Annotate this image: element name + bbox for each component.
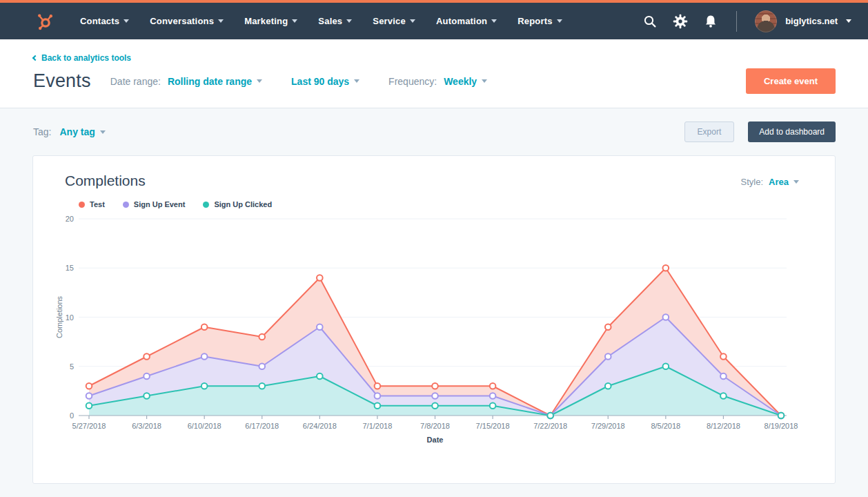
nav-item-label: Reports xyxy=(517,16,553,26)
chevron-down-icon xyxy=(491,19,497,23)
svg-text:20: 20 xyxy=(66,215,74,223)
chevron-down-icon xyxy=(410,19,415,23)
nav-item-reports[interactable]: Reports xyxy=(517,16,562,26)
chevron-down-icon xyxy=(846,19,851,23)
svg-text:6/17/2018: 6/17/2018 xyxy=(245,422,279,430)
page-header: Back to analytics tools Events Date rang… xyxy=(0,39,868,108)
nav-item-label: Service xyxy=(373,16,406,26)
svg-text:7/22/2018: 7/22/2018 xyxy=(533,422,567,430)
chevron-down-icon xyxy=(557,19,562,23)
date-range-dropdown[interactable]: Rolling date range xyxy=(168,76,262,87)
tag-dropdown[interactable]: Any tag xyxy=(59,126,105,137)
chevron-left-icon xyxy=(32,55,38,61)
nav-item-label: Contacts xyxy=(80,16,119,26)
completions-panel: Completions Style: Area TestSign Up Even… xyxy=(32,155,836,484)
legend-label: Test xyxy=(90,200,105,208)
chart-area: 051015205/27/20186/3/20186/10/20186/17/2… xyxy=(50,210,818,451)
nav-item-marketing[interactable]: Marketing xyxy=(244,16,297,26)
chevron-down-icon xyxy=(257,79,262,83)
chevron-down-icon xyxy=(292,19,297,23)
svg-text:Date: Date xyxy=(427,436,444,444)
nav-item-conversations[interactable]: Conversations xyxy=(150,16,224,26)
search-icon[interactable] xyxy=(642,14,658,29)
svg-text:6/3/2018: 6/3/2018 xyxy=(132,422,161,430)
nav-item-service[interactable]: Service xyxy=(373,16,415,26)
header-filters: Date range: Rolling date range Last 90 d… xyxy=(110,76,487,87)
chart-legend: TestSign Up EventSign Up Clicked xyxy=(79,200,818,208)
svg-text:7/8/2018: 7/8/2018 xyxy=(420,422,450,430)
svg-text:8/19/2018: 8/19/2018 xyxy=(765,422,798,430)
account-name: biglytics.net xyxy=(785,16,838,26)
toolbar: Tag: Any tag Export Add to dashboard xyxy=(0,108,868,155)
export-button[interactable]: Export xyxy=(684,121,735,142)
style-dropdown[interactable]: Area xyxy=(769,177,799,187)
nav-item-label: Conversations xyxy=(150,16,214,26)
tag-label: Tag: xyxy=(33,126,51,137)
frequency-dropdown[interactable]: Weekly xyxy=(444,76,487,87)
svg-text:7/15/2018: 7/15/2018 xyxy=(476,422,510,430)
settings-icon[interactable] xyxy=(673,14,688,29)
svg-text:Completions: Completions xyxy=(55,295,63,338)
legend-dot-icon xyxy=(79,202,85,208)
date-range-value: Rolling date range xyxy=(168,76,252,87)
nav-menu: Contacts Conversations Marketing Sales S… xyxy=(80,16,562,26)
svg-text:6/10/2018: 6/10/2018 xyxy=(188,422,221,430)
create-event-button[interactable]: Create event xyxy=(746,68,836,94)
nav-item-automation[interactable]: Automation xyxy=(436,16,497,26)
main-navbar: Contacts Conversations Marketing Sales S… xyxy=(0,3,868,39)
legend-item[interactable]: Sign Up Clicked xyxy=(203,200,272,208)
svg-text:8/5/2018: 8/5/2018 xyxy=(651,422,680,430)
svg-text:15: 15 xyxy=(66,264,74,272)
style-label: Style: xyxy=(741,177,764,187)
svg-text:0: 0 xyxy=(70,411,74,420)
nav-item-label: Sales xyxy=(318,16,342,26)
date-range-label: Date range: xyxy=(110,76,161,87)
notifications-icon[interactable] xyxy=(703,14,718,29)
nav-item-contacts[interactable]: Contacts xyxy=(80,16,129,26)
legend-item[interactable]: Sign Up Event xyxy=(123,200,186,208)
hubspot-logo-icon[interactable] xyxy=(34,10,57,32)
back-to-analytics-link[interactable]: Back to analytics tools xyxy=(33,53,131,63)
svg-text:10: 10 xyxy=(66,313,74,322)
date-preset-value: Last 90 days xyxy=(291,76,349,87)
completions-chart[interactable]: 051015205/27/20186/3/20186/10/20186/17/2… xyxy=(50,210,820,448)
nav-item-label: Automation xyxy=(436,16,487,26)
svg-text:5/27/2018: 5/27/2018 xyxy=(72,422,106,430)
account-menu[interactable]: biglytics.net xyxy=(755,10,851,32)
page-title: Events xyxy=(33,70,91,92)
legend-dot-icon xyxy=(123,202,129,208)
legend-dot-icon xyxy=(203,202,209,208)
nav-item-label: Marketing xyxy=(244,16,288,26)
tag-value: Any tag xyxy=(59,126,95,137)
panel-title: Completions xyxy=(65,173,146,189)
tag-filter: Tag: Any tag xyxy=(33,126,106,137)
date-preset-dropdown[interactable]: Last 90 days xyxy=(291,76,359,87)
navbar-right: biglytics.net xyxy=(642,10,851,32)
chevron-down-icon xyxy=(482,79,487,83)
chevron-down-icon xyxy=(124,19,129,23)
svg-text:7/1/2018: 7/1/2018 xyxy=(363,422,393,430)
back-link-label: Back to analytics tools xyxy=(41,53,131,63)
svg-text:7/29/2018: 7/29/2018 xyxy=(591,422,625,430)
chevron-down-icon xyxy=(793,180,799,184)
frequency-value: Weekly xyxy=(444,76,477,87)
frequency-label: Frequency: xyxy=(388,76,437,87)
nav-item-sales[interactable]: Sales xyxy=(318,16,352,26)
chevron-down-icon xyxy=(100,130,106,134)
svg-text:8/12/2018: 8/12/2018 xyxy=(707,422,740,430)
svg-text:5: 5 xyxy=(70,362,74,371)
legend-item[interactable]: Test xyxy=(79,200,105,208)
add-to-dashboard-button[interactable]: Add to dashboard xyxy=(748,121,836,142)
chevron-down-icon xyxy=(218,19,224,23)
style-value: Area xyxy=(769,177,789,187)
svg-text:6/24/2018: 6/24/2018 xyxy=(303,422,337,430)
user-avatar xyxy=(755,10,777,32)
chevron-down-icon xyxy=(346,19,352,23)
navbar-divider xyxy=(736,11,737,32)
chevron-down-icon xyxy=(354,79,359,83)
legend-label: Sign Up Event xyxy=(134,200,186,208)
legend-label: Sign Up Clicked xyxy=(214,200,272,208)
